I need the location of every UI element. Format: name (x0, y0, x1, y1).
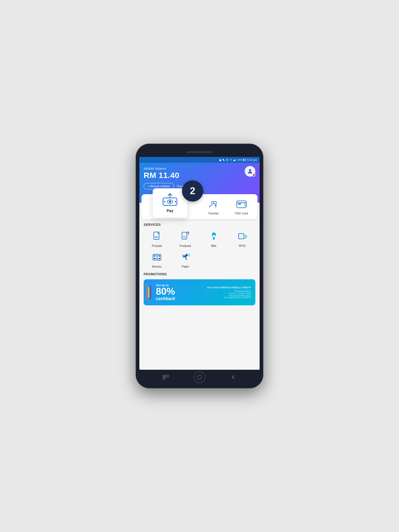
alarm-icon (226, 159, 228, 161)
svg-point-39 (159, 255, 160, 257)
tng-card-icon: Touch 'n Go (236, 198, 247, 210)
wifi-icon (229, 159, 232, 161)
svg-rect-5 (233, 160, 234, 161)
recent-apps-icon (163, 375, 169, 380)
service-movies[interactable]: Movies (144, 251, 170, 268)
status-icons: 23% 5:11 pm (219, 159, 257, 161)
svg-point-20 (214, 201, 217, 204)
tng-card-label: TNG Card (235, 212, 248, 215)
user-icon (247, 168, 253, 174)
promo-period-label: Promotion period: 23 JUL- 30 SEPT 2018 (207, 290, 251, 295)
services-title: SERVICES (144, 223, 255, 227)
step-indicator: 2 (182, 180, 203, 202)
promo-decoration-bars (146, 284, 151, 300)
status-bar: 23% 5:11 pm (139, 157, 260, 163)
rfid-label: RFID (239, 244, 246, 247)
speaker-icon (186, 151, 213, 153)
pay-popup-label: Pay (167, 209, 173, 213)
battery-text: 23% (237, 159, 242, 161)
svg-rect-52 (163, 377, 165, 379)
svg-point-40 (154, 258, 155, 259)
postpaid-label: Postpaid (180, 244, 191, 247)
mute-icon (222, 159, 225, 161)
postpaid-icon: RM (179, 230, 192, 243)
flight-label: Flight (182, 265, 189, 268)
lock-icon (219, 159, 222, 161)
phone-top-bar (139, 147, 260, 157)
back-button[interactable] (230, 373, 237, 381)
svg-rect-10 (243, 159, 244, 161)
transfer-action-label: Transfer (208, 212, 219, 215)
flight-icon (179, 251, 192, 263)
phone-screen: 23% 5:11 pm eWallet balance RM 11.40 + R… (139, 157, 260, 370)
movies-label: Movies (152, 265, 161, 268)
step-number: 2 (190, 185, 195, 197)
svg-text:'n Go: 'n Go (238, 204, 241, 205)
bills-icon (207, 230, 220, 243)
time-display: 5:11 pm (247, 159, 257, 161)
promo-banner[interactable]: Get up to 80% cashback ON YOUR PREPAID M… (144, 279, 255, 305)
services-section: SERVICES RM Prepaid (139, 219, 260, 270)
transfer-action[interactable]: Transfer (200, 198, 227, 215)
svg-point-19 (211, 201, 214, 204)
svg-point-47 (169, 201, 171, 203)
svg-rect-50 (163, 375, 165, 377)
promotions-title: PROMOTIONS (144, 272, 255, 276)
rfid-icon (236, 230, 249, 243)
svg-point-38 (154, 255, 155, 257)
promo-left-content: Get up to 80% cashback (148, 284, 207, 301)
svg-rect-6 (234, 160, 234, 161)
tng-card-action[interactable]: Touch 'n Go TNG Card (227, 198, 255, 215)
balance-label: eWallet balance (144, 167, 166, 171)
svg-point-53 (197, 375, 202, 379)
phone-bottom-bar (139, 370, 260, 385)
svg-point-49 (175, 201, 176, 202)
promo-on-text: ON YOUR PREPAID MOBILE CREDIT (207, 286, 251, 289)
svg-text:RM: RM (155, 236, 158, 238)
camera-right-icon (240, 151, 244, 154)
svg-rect-0 (219, 160, 221, 161)
movies-icon (151, 251, 163, 263)
back-icon (231, 375, 236, 380)
svg-rect-51 (166, 375, 168, 377)
svg-point-34 (213, 235, 215, 237)
notification-dot (252, 173, 255, 177)
svg-rect-36 (239, 234, 243, 238)
home-button[interactable] (194, 371, 205, 383)
prepaid-icon: RM (151, 230, 163, 243)
svg-point-11 (249, 169, 251, 171)
services-grid: RM Prepaid RM (144, 230, 255, 268)
svg-point-48 (164, 201, 165, 202)
promo-tc: Terms and conditions apply. (207, 295, 251, 297)
avatar-button[interactable] (245, 166, 255, 177)
battery-icon (243, 159, 247, 161)
promo-percent: 80% (156, 287, 207, 296)
balance-amount: RM 11.40 (144, 171, 255, 180)
service-prepaid[interactable]: RM Prepaid (144, 230, 170, 247)
prepaid-label: Prepaid (152, 244, 162, 247)
promo-cashback: cashback (156, 296, 207, 301)
svg-point-41 (159, 258, 160, 259)
promo-company: TNG Digital Sdn Bhd 1256651-M (207, 297, 251, 298)
svg-text:RM: RM (183, 236, 185, 238)
signal-icon (233, 159, 236, 161)
promo-right-content: ON YOUR PREPAID MOBILE CREDIT Promotion … (207, 286, 251, 298)
service-postpaid[interactable]: RM Postpaid (172, 230, 198, 247)
phone-device: 23% 5:11 pm eWallet balance RM 11.40 + R… (136, 144, 263, 388)
bills-label: Bills (211, 244, 216, 247)
recent-apps-button[interactable] (162, 373, 169, 381)
svg-rect-8 (235, 159, 236, 161)
service-bills[interactable]: Bills (201, 230, 227, 247)
svg-rect-7 (235, 159, 235, 161)
pay-popup-icon (162, 193, 178, 206)
service-flight[interactable]: Flight (172, 251, 198, 268)
transfer-icon (208, 198, 219, 210)
camera-left-icon (155, 151, 159, 154)
promotions-section: PROMOTIONS Get up to 80% cashback O (139, 270, 260, 309)
home-icon (197, 375, 202, 380)
service-rfid[interactable]: RFID (229, 230, 255, 247)
